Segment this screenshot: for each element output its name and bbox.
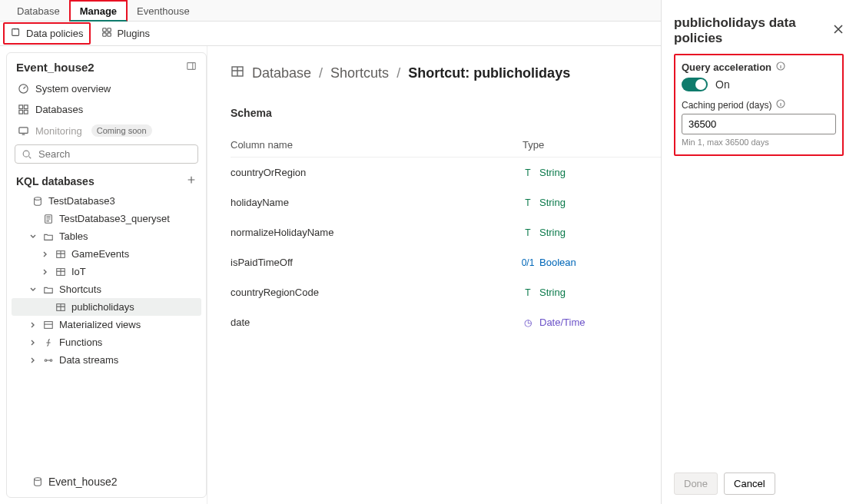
caching-period-hint: Min 1, max 36500 days xyxy=(682,138,836,147)
panel-title: publicholidays data policies xyxy=(674,15,833,46)
type-icon: T xyxy=(523,227,533,238)
nav-databases[interactable]: Databases xyxy=(12,99,201,120)
breadcrumb-database-icon xyxy=(231,65,244,82)
svg-rect-2 xyxy=(108,28,111,32)
stream-icon xyxy=(42,355,55,366)
tree-table-iot[interactable]: IoT xyxy=(12,263,201,280)
kql-databases-header: KQL databases xyxy=(16,175,95,187)
queryset-icon xyxy=(42,214,55,224)
add-database-button[interactable] xyxy=(186,174,197,187)
search-box[interactable] xyxy=(15,144,198,164)
tab-manage[interactable]: Manage xyxy=(69,0,128,22)
schema-column-name: date xyxy=(231,317,523,328)
tree-tables-label: Tables xyxy=(59,230,88,242)
schema-column-name: countryRegionCode xyxy=(231,287,523,298)
tree-db-label: TestDatabase3 xyxy=(48,195,115,207)
tree-matviews[interactable]: Materialized views xyxy=(12,316,201,333)
svg-point-13 xyxy=(35,197,41,200)
tab-database[interactable]: Database xyxy=(8,2,69,20)
tree-datastreams[interactable]: Data streams xyxy=(12,351,201,369)
type-label: Date/Time xyxy=(539,317,585,328)
table-icon xyxy=(55,267,67,277)
chevron-right-icon xyxy=(28,356,38,364)
chevron-down-icon xyxy=(28,286,38,293)
chevron-down-icon xyxy=(28,233,38,240)
breadcrumb-current: Shortcut: publicholidays xyxy=(408,65,570,81)
sidebar: Event_house2 System overview Databases M… xyxy=(6,52,207,498)
tree-table-gameevents-label: GameEvents xyxy=(71,248,129,260)
svg-rect-11 xyxy=(19,127,28,133)
svg-rect-8 xyxy=(24,105,28,109)
query-acceleration-label: Query acceleration xyxy=(682,61,771,73)
breadcrumb-database[interactable]: Database xyxy=(252,65,311,81)
schema-column-name: countryOrRegion xyxy=(231,167,523,178)
svg-rect-7 xyxy=(19,105,23,109)
tree-table-iot-label: IoT xyxy=(71,266,86,277)
plugins-label: Plugins xyxy=(117,28,150,39)
svg-rect-4 xyxy=(108,33,111,36)
schema-column-type: TString xyxy=(523,287,566,298)
svg-rect-5 xyxy=(187,63,196,70)
cancel-button[interactable]: Cancel xyxy=(724,472,775,495)
data-policies-panel: publicholidays data policies Query accel… xyxy=(661,0,856,504)
chevron-right-icon xyxy=(28,321,38,329)
info-icon[interactable] xyxy=(776,61,785,73)
type-label: Boolean xyxy=(539,257,576,268)
breadcrumb-shortcuts[interactable]: Shortcuts xyxy=(330,65,389,81)
monitor-icon xyxy=(18,125,29,137)
sidebar-collapse-icon[interactable] xyxy=(186,61,197,74)
tree-datastreams-label: Data streams xyxy=(59,354,118,366)
gauge-icon xyxy=(18,83,29,94)
tree-shortcut-publicholidays[interactable]: publicholidays xyxy=(12,298,201,316)
schema-column-name: normalizeHolidayName xyxy=(231,227,523,238)
tab-eventhouse[interactable]: Eventhouse xyxy=(128,2,199,20)
schema-column-type: 0/1Boolean xyxy=(523,257,576,268)
chevron-right-icon xyxy=(28,339,38,346)
query-acceleration-toggle[interactable] xyxy=(682,78,708,91)
nav-system-overview[interactable]: System overview xyxy=(12,78,201,99)
tree-queryset[interactable]: TestDatabase3_queryset xyxy=(12,210,201,227)
tree-eventhouse-footer[interactable]: Event_house2 xyxy=(12,472,201,491)
folder-icon xyxy=(42,284,55,295)
caching-period-label: Caching period (days) xyxy=(682,100,771,111)
search-input[interactable] xyxy=(37,148,191,161)
tree-shortcuts[interactable]: Shortcuts xyxy=(12,280,201,298)
breadcrumb-sep-2: / xyxy=(396,65,400,81)
schema-column-name: isPaidTimeOff xyxy=(231,257,523,268)
caching-period-input[interactable] xyxy=(682,114,836,134)
schema-column-name: holidayName xyxy=(231,197,523,208)
schema-col-name-header: Column name xyxy=(231,139,523,151)
schema-col-type-header: Type xyxy=(523,139,544,151)
schema-column-type: TString xyxy=(523,227,566,238)
info-icon[interactable] xyxy=(776,99,785,111)
sidebar-title: Event_house2 xyxy=(16,61,95,74)
done-button[interactable]: Done xyxy=(674,472,718,495)
table-icon xyxy=(55,249,67,260)
schema-column-type: TString xyxy=(523,167,566,178)
nav-monitoring-label: Monitoring xyxy=(35,125,82,137)
coming-soon-badge: Coming soon xyxy=(91,124,152,137)
database-icon xyxy=(32,196,44,207)
tree-table-gameevents[interactable]: GameEvents xyxy=(12,245,201,263)
tree-shortcut-publicholidays-label: publicholidays xyxy=(71,301,134,313)
close-icon[interactable] xyxy=(833,23,844,38)
type-icon: T xyxy=(523,167,533,178)
svg-point-21 xyxy=(35,478,41,481)
tree-db-testdatabase3[interactable]: TestDatabase3 xyxy=(12,192,201,210)
function-icon xyxy=(42,337,55,348)
folder-icon xyxy=(42,231,55,242)
svg-rect-10 xyxy=(24,110,28,114)
query-acceleration-section: Query acceleration On Caching period (da… xyxy=(674,54,844,156)
svg-rect-0 xyxy=(12,29,19,36)
tree-eventhouse-footer-label: Event_house2 xyxy=(48,476,118,488)
tree-functions[interactable]: Functions xyxy=(12,333,201,351)
tree-tables[interactable]: Tables xyxy=(12,227,201,245)
data-policies-button[interactable]: Data policies xyxy=(3,22,91,45)
svg-rect-9 xyxy=(19,110,23,114)
database-icon xyxy=(32,476,44,487)
kql-tree: TestDatabase3 TestDatabase3_queryset Tab… xyxy=(12,192,201,369)
plugins-button[interactable]: Plugins xyxy=(95,24,156,43)
svg-point-12 xyxy=(23,151,29,157)
type-label: String xyxy=(539,167,566,178)
tree-functions-label: Functions xyxy=(59,337,102,348)
